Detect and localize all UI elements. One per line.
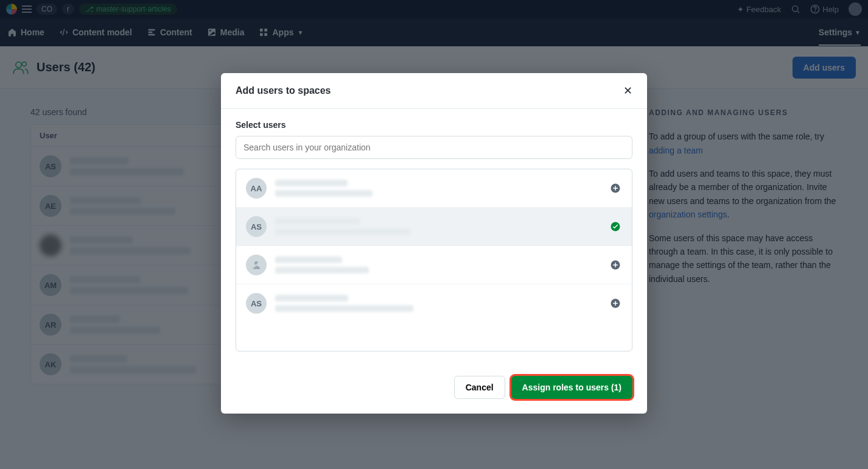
check-circle-icon[interactable] (610, 221, 621, 232)
modal-overlay[interactable]: Add users to spaces ✕ Select users AAASA… (0, 0, 868, 469)
plus-circle-icon[interactable] (610, 183, 621, 194)
user-info-redacted (275, 295, 413, 312)
add-users-modal: Add users to spaces ✕ Select users AAASA… (221, 73, 647, 414)
user-info-redacted (275, 218, 410, 235)
user-list-item[interactable] (236, 246, 632, 284)
user-list-item[interactable]: AA (236, 169, 632, 208)
user-silhouette-icon (246, 255, 267, 275)
user-select-list[interactable]: AAASAS (236, 169, 632, 351)
assign-roles-button[interactable]: Assign roles to users (1) (511, 376, 632, 399)
avatar: AS (246, 293, 267, 314)
select-users-label: Select users (236, 120, 632, 130)
cancel-button[interactable]: Cancel (454, 376, 505, 399)
plus-circle-icon[interactable] (610, 259, 621, 270)
user-info-redacted (275, 180, 373, 197)
user-info-redacted (275, 256, 369, 273)
close-icon[interactable]: ✕ (623, 84, 632, 97)
user-list-item[interactable]: AS (236, 208, 632, 246)
user-list-item[interactable]: AS (236, 284, 632, 322)
search-input[interactable] (243, 143, 625, 152)
user-search-field[interactable] (236, 136, 632, 159)
avatar: AS (246, 216, 267, 237)
plus-circle-icon[interactable] (610, 298, 621, 309)
avatar: AA (246, 178, 267, 199)
modal-title: Add users to spaces (236, 85, 331, 96)
